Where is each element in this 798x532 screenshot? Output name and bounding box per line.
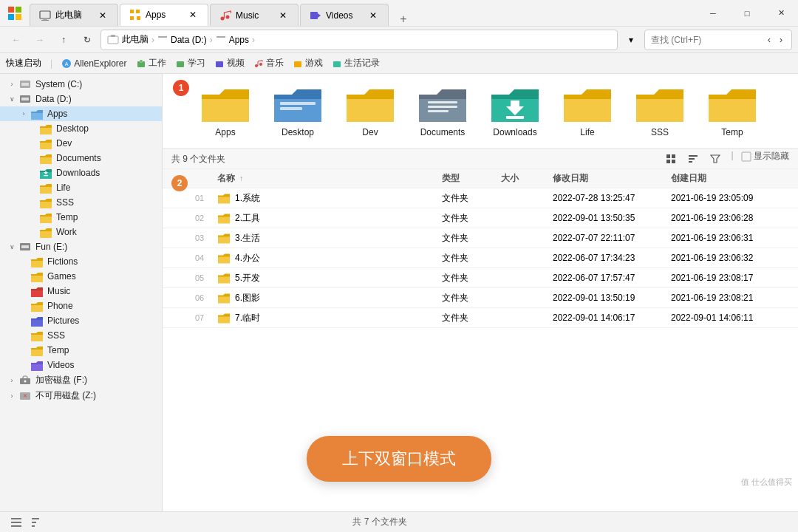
- quick-item-video[interactable]: 视频: [214, 57, 245, 69]
- sidebar-item-sss2[interactable]: › SSS: [0, 328, 162, 343]
- refresh-button[interactable]: ↻: [77, 30, 98, 50]
- svg-rect-58: [32, 525, 35, 527]
- video-folder-icon: [30, 359, 44, 371]
- sidebar-label-videos: Videos: [47, 360, 162, 370]
- folder-icon: [38, 123, 53, 134]
- sidebar-item-games[interactable]: › Games: [0, 269, 162, 284]
- expand-icon: ›: [6, 81, 18, 88]
- table-row[interactable]: 04 4.办公 文件夹 2022-06-07 17:34:23 2021-06-…: [163, 248, 798, 268]
- tab-add-button[interactable]: +: [390, 13, 417, 26]
- search-prev[interactable]: ‹: [765, 33, 774, 47]
- sidebar-item-fictions[interactable]: › Fictions: [0, 254, 162, 269]
- svg-rect-19: [177, 61, 184, 67]
- folder-documents[interactable]: Documents: [409, 80, 476, 142]
- table-row[interactable]: 07 7.临时 文件夹 2022-09-01 14:06:17 2022-09-…: [163, 308, 798, 328]
- filter-button[interactable]: [706, 150, 724, 168]
- folder-downloads[interactable]: Downloads: [482, 80, 548, 142]
- dual-window-button[interactable]: 上下双窗口模式: [307, 436, 491, 482]
- bottom-list-icon[interactable]: [9, 515, 24, 530]
- col-size-header[interactable]: 大小: [501, 172, 553, 185]
- sidebar-item-phone[interactable]: › Phone: [0, 299, 162, 313]
- quick-item-allen[interactable]: A AllenExplorer: [61, 58, 126, 69]
- tab-pc[interactable]: 此电脑 ✕: [30, 4, 118, 26]
- svg-rect-12: [111, 35, 115, 37]
- up-button[interactable]: ↑: [53, 30, 74, 50]
- quick-item-games[interactable]: 游戏: [293, 57, 323, 69]
- folder-life[interactable]: Life: [554, 80, 621, 142]
- svg-rect-28: [21, 98, 29, 100]
- sidebar-item-music[interactable]: › Music: [0, 284, 162, 299]
- close-button[interactable]: ✕: [764, 0, 798, 26]
- col-created-header[interactable]: 创建日期: [671, 172, 789, 185]
- sidebar-label-sss2: SSS: [47, 330, 162, 341]
- sidebar-item-encrypt-f[interactable]: › 加密磁盘 (F:): [0, 372, 162, 388]
- sidebar-item-unavail-z[interactable]: › ✕ 不可用磁盘 (Z:): [0, 388, 162, 403]
- back-button[interactable]: ←: [6, 30, 27, 50]
- folder-temp[interactable]: Temp: [699, 80, 765, 142]
- sidebar-item-sss[interactable]: › SSS: [0, 195, 162, 210]
- sidebar-label-encrypt-f: 加密磁盘 (F:): [35, 374, 162, 386]
- sidebar-item-desktop[interactable]: › Desktop: [0, 121, 162, 136]
- sidebar-item-dev[interactable]: › Dev: [0, 136, 162, 151]
- col-type-header[interactable]: 类型: [442, 172, 501, 185]
- folder-icon: [30, 330, 44, 341]
- sidebar-item-pictures[interactable]: › Pictures: [0, 313, 162, 328]
- tab-videos-close[interactable]: ✕: [367, 10, 379, 21]
- sidebar-item-documents[interactable]: › Documents: [0, 151, 162, 166]
- minimize-button[interactable]: ─: [696, 0, 730, 26]
- table-row[interactable]: 02 2.工具 文件夹 2022-09-01 13:50:35 2021-06-…: [163, 208, 798, 228]
- address-dropdown[interactable]: ▾: [621, 30, 641, 50]
- svg-rect-52: [742, 152, 751, 161]
- sidebar-label-work: Work: [56, 227, 162, 237]
- table-row[interactable]: 06 6.图影 文件夹 2022-09-01 13:50:19 2021-06-…: [163, 288, 798, 308]
- svg-rect-48: [689, 155, 698, 157]
- tab-apps-close[interactable]: ✕: [187, 9, 199, 21]
- search-input[interactable]: [651, 35, 762, 45]
- folder-desktop[interactable]: Desktop: [265, 80, 331, 142]
- bottom-count: 共 7 个文件夹: [352, 516, 406, 528]
- folder-temp-label: Temp: [721, 127, 743, 137]
- sidebar-item-videos[interactable]: › Videos: [0, 358, 162, 372]
- tab-apps[interactable]: Apps ✕: [120, 4, 208, 26]
- sidebar-item-system-c[interactable]: › System (C:): [0, 77, 162, 92]
- search-next[interactable]: ›: [777, 33, 785, 47]
- sidebar-item-work[interactable]: › Work: [0, 225, 162, 239]
- sidebar-item-data-d[interactable]: ∨ Data (D:): [0, 92, 162, 106]
- sidebar-item-temp2[interactable]: › Temp: [0, 343, 162, 358]
- folder-dev[interactable]: Dev: [337, 80, 403, 142]
- tab-music-close[interactable]: ✕: [277, 10, 289, 21]
- grid-view-button[interactable]: [662, 150, 680, 168]
- quick-item-life[interactable]: 生活记录: [332, 57, 380, 69]
- svg-rect-20: [216, 61, 223, 67]
- col-name-header[interactable]: 名称 ↑: [217, 172, 442, 185]
- folder-apps[interactable]: Apps: [192, 80, 259, 142]
- tab-pc-close[interactable]: ✕: [97, 10, 109, 21]
- folder-sss[interactable]: SSS: [627, 80, 693, 142]
- folder-icon: [38, 226, 53, 238]
- table-row[interactable]: 05 5.开发 文件夹 2022-06-07 17:57:47 2021-06-…: [163, 268, 798, 288]
- tab-videos[interactable]: Videos ✕: [300, 4, 389, 26]
- quick-item-work[interactable]: 工作: [136, 57, 166, 69]
- svg-rect-9: [310, 12, 318, 19]
- sidebar-item-downloads[interactable]: › Downloads: [0, 166, 162, 180]
- sidebar-item-fun-e[interactable]: ∨ Fun (E:): [0, 239, 162, 254]
- forward-button[interactable]: →: [30, 30, 50, 50]
- show-hidden-button[interactable]: 显示隐藏: [741, 150, 789, 168]
- sidebar-item-apps[interactable]: › Apps: [0, 106, 162, 121]
- folder-blue-icon: [30, 108, 44, 120]
- sidebar-item-temp[interactable]: › Temp: [0, 210, 162, 225]
- quick-item-study[interactable]: 学习: [175, 57, 205, 69]
- maximize-button[interactable]: □: [730, 0, 764, 26]
- bottom-sort-icon[interactable]: [30, 515, 44, 530]
- tab-music[interactable]: Music ✕: [210, 4, 299, 26]
- search-bar[interactable]: ‹ ›: [644, 30, 792, 50]
- breadcrumb[interactable]: 此电脑 › Data (D:) › Apps ›: [100, 30, 618, 50]
- col-modified-header[interactable]: 修改日期: [553, 172, 671, 185]
- sidebar-item-life[interactable]: › Life: [0, 180, 162, 195]
- quick-item-music[interactable]: 音乐: [253, 57, 284, 69]
- sort-button[interactable]: [684, 150, 702, 168]
- svg-rect-4: [40, 11, 50, 18]
- svg-rect-31: [21, 245, 29, 248]
- table-row[interactable]: 01 1.系统 文件夹 2022-07-28 13:25:47 2021-06-…: [163, 188, 798, 208]
- table-row[interactable]: 03 3.生活 文件夹 2022-07-07 22:11:07 2021-06-…: [163, 228, 798, 248]
